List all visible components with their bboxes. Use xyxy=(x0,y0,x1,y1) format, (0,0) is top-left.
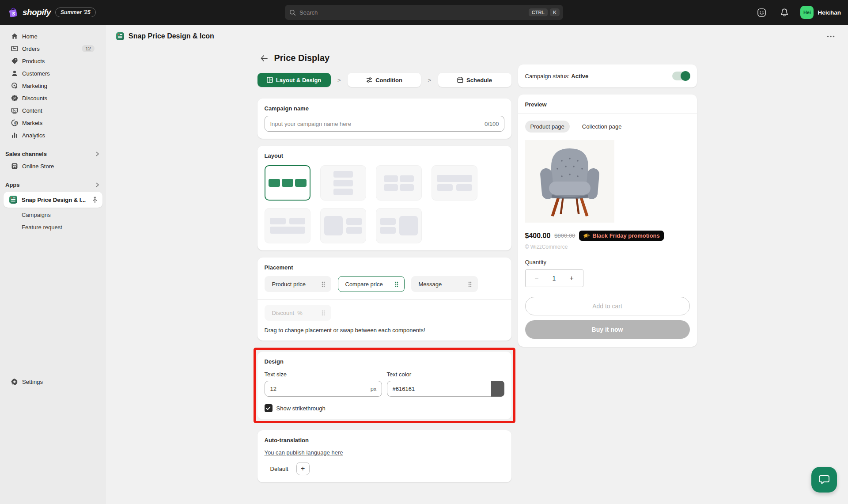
layout-label: Layout xyxy=(265,152,504,159)
sidebar-item-orders[interactable]: Orders 12 xyxy=(0,42,106,55)
quantity-decrease-button[interactable]: − xyxy=(530,274,543,282)
sidebar-item-feature-request[interactable]: Feature request xyxy=(0,221,106,233)
tab-schedule[interactable]: Schedule xyxy=(438,73,511,87)
apps-header[interactable]: Apps xyxy=(0,178,106,191)
layout-option-stacked[interactable] xyxy=(320,165,366,201)
quantity-value: 1 xyxy=(553,275,556,282)
quantity-label: Quantity xyxy=(525,259,690,265)
quantity-stepper: − 1 + xyxy=(525,269,583,287)
search-icon xyxy=(289,9,296,16)
strikethrough-label: Show strikethrough xyxy=(276,405,326,412)
back-button[interactable] xyxy=(259,54,269,63)
promotion-badge: Black Friday promotions xyxy=(579,231,663,241)
text-color-input[interactable] xyxy=(387,381,504,397)
sidebar-item-content[interactable]: Content xyxy=(0,104,106,117)
drag-handle-icon xyxy=(322,310,325,316)
sidebar-item-settings[interactable]: Settings xyxy=(0,375,106,388)
layout-card: Layout xyxy=(257,146,511,250)
add-to-cart-button[interactable]: Add to cart xyxy=(525,297,690,315)
layout-option-wide-bottom[interactable] xyxy=(265,208,310,243)
main-area: Snap Price Design & Icon Price Display L… xyxy=(106,25,848,504)
design-card: Design Text size px Text color xyxy=(257,352,511,419)
inbox-button[interactable] xyxy=(754,5,768,19)
color-swatch[interactable] xyxy=(491,381,504,397)
sidebar-item-campaigns[interactable]: Campaigns xyxy=(0,208,106,221)
sidebar-item-discounts[interactable]: Discounts xyxy=(0,92,106,104)
layout-option-block-left[interactable] xyxy=(320,208,366,243)
sidebar-item-analytics[interactable]: Analytics xyxy=(0,129,106,141)
text-size-input[interactable] xyxy=(265,381,382,397)
compare-at-price: $800.00 xyxy=(554,232,575,239)
marketing-icon xyxy=(11,82,18,89)
chat-bubble-icon xyxy=(818,474,830,485)
divider xyxy=(257,299,511,299)
chip-discount-percent[interactable]: Discount_% xyxy=(265,305,331,321)
global-search[interactable]: CTRL K xyxy=(285,5,563,20)
sidebar-item-home[interactable]: Home xyxy=(0,30,106,42)
person-icon xyxy=(11,70,18,77)
tab-condition[interactable]: Condition xyxy=(348,73,421,87)
snap-app-icon xyxy=(116,32,125,41)
tab-layout-design[interactable]: Layout & Design xyxy=(257,73,331,87)
tab-collection-page[interactable]: Collection page xyxy=(577,121,627,133)
orders-icon xyxy=(11,45,18,52)
product-image-armchair xyxy=(525,140,614,223)
campaign-status-toggle[interactable] xyxy=(672,72,690,80)
campaign-name-label: Campaign name xyxy=(265,105,504,112)
layout-option-wide-top[interactable] xyxy=(432,165,477,201)
chip-message[interactable]: Message xyxy=(411,276,478,292)
layout-icon xyxy=(267,77,273,83)
quantity-increase-button[interactable]: + xyxy=(565,274,578,282)
text-size-label: Text size xyxy=(265,371,382,378)
more-icon xyxy=(827,35,835,38)
placement-label: Placement xyxy=(265,264,504,271)
publish-language-link[interactable]: You can publish language here xyxy=(265,449,343,456)
check-icon xyxy=(266,406,271,410)
step-separator: > xyxy=(428,77,431,83)
buy-it-now-button[interactable]: Buy it now xyxy=(525,320,690,339)
layout-option-block-right[interactable] xyxy=(376,208,422,243)
sidebar-item-online-store[interactable]: Online Store xyxy=(0,160,106,172)
sales-channels-header[interactable]: Sales channels xyxy=(0,148,106,160)
drag-handle-icon[interactable] xyxy=(395,281,398,287)
strikethrough-option[interactable]: Show strikethrough xyxy=(265,404,504,412)
sidebar-item-products[interactable]: Products xyxy=(0,55,106,67)
brand-wordmark: shopify xyxy=(23,8,51,17)
sidebar-item-snap-price-app[interactable]: Snap Price Design & I... xyxy=(4,192,102,208)
layout-option-three-inline-selected[interactable] xyxy=(265,165,310,201)
sidebar-item-marketing[interactable]: Marketing xyxy=(0,80,106,92)
bell-icon xyxy=(780,8,789,17)
chip-product-price[interactable]: Product price xyxy=(265,276,331,292)
notifications-button[interactable] xyxy=(777,5,791,19)
shopify-logo[interactable]: S shopify xyxy=(7,7,51,19)
auto-translation-label: Auto-translation xyxy=(265,437,504,443)
app-header: Snap Price Design & Icon xyxy=(106,25,848,44)
add-language-button[interactable]: + xyxy=(296,462,310,475)
search-input[interactable] xyxy=(299,9,526,16)
version-badge: Summer '25 xyxy=(55,8,96,17)
chevron-right-icon xyxy=(95,182,100,187)
checkbox-checked[interactable] xyxy=(265,404,273,412)
default-language-tab[interactable]: Default xyxy=(270,466,288,472)
preview-label: Preview xyxy=(518,95,697,114)
discount-icon xyxy=(11,95,18,102)
drag-handle-icon[interactable] xyxy=(322,281,325,287)
layout-option-grid-2x2[interactable] xyxy=(376,165,422,201)
layout-options xyxy=(265,165,504,243)
drag-handle-icon[interactable] xyxy=(468,281,472,287)
sidebar-item-customers[interactable]: Customers xyxy=(0,67,106,80)
pin-icon[interactable] xyxy=(92,197,98,203)
campaign-name-input[interactable] xyxy=(265,116,504,132)
shopify-bag-icon: S xyxy=(7,7,19,19)
chevron-right-icon xyxy=(95,152,100,156)
page-title: Price Display xyxy=(274,53,330,63)
account-name: Heichan xyxy=(818,9,841,16)
chat-launcher-button[interactable] xyxy=(811,467,837,493)
sidebar-item-markets[interactable]: $ Markets xyxy=(0,117,106,129)
promotion-badge-text: Black Friday promotions xyxy=(592,232,659,239)
more-actions-button[interactable] xyxy=(824,33,837,40)
tab-product-page[interactable]: Product page xyxy=(525,121,570,133)
account-menu[interactable]: Hei Heichan xyxy=(800,6,841,19)
campaign-status-card: Campaign status: Active xyxy=(518,64,697,87)
chip-compare-price[interactable]: Compare price xyxy=(338,276,405,292)
